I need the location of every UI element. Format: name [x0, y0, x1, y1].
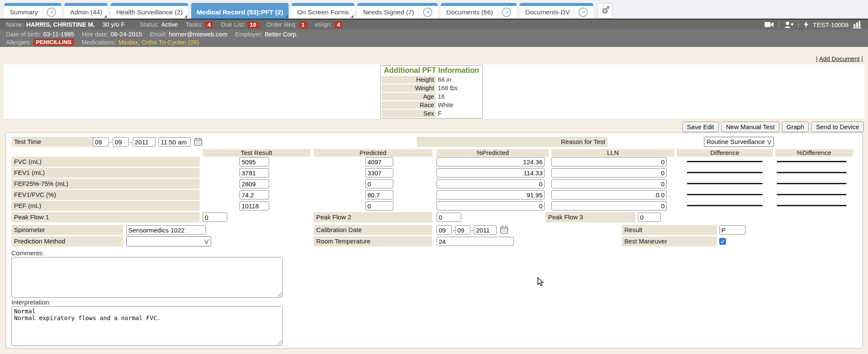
send-to-device-button[interactable]: Send to Device: [811, 122, 864, 132]
pct-predicted-input[interactable]: [437, 190, 545, 199]
esign-badge[interactable]: 4: [334, 21, 343, 28]
add-document-link[interactable]: Add Document: [819, 55, 860, 62]
tab-documents[interactable]: Documents (66) ↗: [441, 3, 517, 19]
pct-predicted-input[interactable]: [437, 168, 545, 177]
age-value: 16: [436, 93, 445, 100]
prediction-method-select[interactable]: ⋁: [126, 236, 211, 246]
add-person-icon[interactable]: [784, 21, 793, 28]
tab-medical-record[interactable]: Medical Record (53):PFT (2): [191, 3, 289, 19]
predicted-input[interactable]: [365, 157, 393, 166]
pft-test-form-panel: Test Time - - Reason for Test Routine Su…: [6, 133, 863, 348]
peak-flow-1-input[interactable]: [203, 213, 227, 222]
tab-settings-button[interactable]: ⚙ ⚙: [597, 3, 612, 19]
difference-placeholder-line: [687, 205, 762, 206]
lln-input[interactable]: [551, 190, 667, 199]
allergy-badge[interactable]: PENICILLINS: [33, 39, 74, 46]
popout-icon[interactable]: ↗: [502, 8, 511, 17]
result-input[interactable]: [719, 225, 746, 235]
flowsheet-chart-icon[interactable]: [853, 21, 862, 28]
test-time-month-input[interactable]: [93, 137, 109, 147]
race-value: White: [436, 101, 453, 109]
age-label: Age: [381, 93, 436, 100]
dob-label: Date of birth:: [6, 31, 41, 38]
row-label: FVC (mL): [11, 157, 200, 167]
test-time-year-input[interactable]: [133, 137, 156, 147]
interpretation-textarea[interactable]: Normal Normal expiratory flows and a nor…: [11, 306, 283, 346]
dob-value: 03-11-1995: [43, 31, 74, 38]
calibration-month-input[interactable]: [437, 225, 452, 235]
sex-value: F: [436, 110, 442, 117]
lln-input[interactable]: [551, 157, 667, 166]
separator: |: [816, 55, 818, 62]
comments-textarea[interactable]: [11, 257, 283, 298]
lln-input[interactable]: [551, 168, 667, 177]
race-label: Race: [381, 101, 436, 109]
tab-documents-dv-label: Documents-DV: [525, 8, 570, 16]
order-req-badge[interactable]: 1: [299, 21, 307, 28]
medications-list[interactable]: Miralax, Ortho Tri-Cyclen (28): [118, 39, 199, 46]
test-result-input[interactable]: [239, 179, 269, 188]
name-label: Name:: [6, 21, 24, 28]
new-manual-test-button[interactable]: New Manual Test: [721, 122, 779, 132]
test-time-label: Test Time: [11, 137, 95, 147]
lln-input[interactable]: [551, 201, 667, 210]
lln-input[interactable]: [551, 179, 667, 188]
best-maneuver-checkbox[interactable]: ✓: [719, 238, 726, 245]
chevron-down-icon: ⋁: [204, 237, 209, 246]
action-button-row: Save Edit New Manual Test Graph Send to …: [682, 122, 864, 132]
test-result-input[interactable]: [239, 201, 269, 210]
peak-flow-3-input[interactable]: [638, 213, 661, 222]
popout-icon[interactable]: ↗: [47, 8, 56, 17]
tab-summary-label: Summary: [10, 8, 38, 16]
graph-button[interactable]: Graph: [782, 122, 809, 132]
peak-flow-2-input[interactable]: [437, 213, 461, 222]
tab-admin[interactable]: Admin (44): [64, 3, 108, 19]
predicted-input[interactable]: [365, 179, 393, 188]
spirometer-input[interactable]: [126, 225, 206, 235]
tab-documents-dv[interactable]: Documents-DV ↗: [520, 3, 593, 19]
pct-predicted-input[interactable]: [437, 179, 545, 188]
predicted-input[interactable]: [365, 201, 393, 210]
test-result-input[interactable]: [239, 157, 269, 166]
tab-needs-signed[interactable]: Needs Signed (7) ↗: [357, 3, 438, 19]
patient-demographics-bar: Date of birth: 03-11-1995 Hire date: 08-…: [0, 30, 868, 47]
difference-placeholder-line: [687, 183, 762, 184]
pct-predicted-input[interactable]: [437, 201, 545, 210]
popout-icon[interactable]: ↗: [423, 8, 432, 17]
calibration-year-input[interactable]: [474, 225, 497, 235]
employer-label: Employer:: [235, 31, 263, 38]
video-camera-icon[interactable]: [765, 21, 774, 28]
difference-placeholder-line: [687, 172, 762, 173]
test-result-input[interactable]: [239, 168, 269, 177]
predicted-input[interactable]: [365, 190, 393, 199]
save-edit-button[interactable]: Save Edit: [682, 122, 719, 132]
patient-header-bar: Name: HARRIS, CHRISTINE M. 30 y/o F Stat…: [0, 19, 868, 30]
tab-dropdown-corner-icon: [184, 15, 187, 18]
tab-on-screen-forms[interactable]: On Screen Forms: [292, 3, 354, 19]
popout-icon[interactable]: ↗: [579, 8, 588, 17]
difference-placeholder-line: [687, 161, 762, 162]
calibration-day-input[interactable]: [455, 225, 470, 235]
lightning-icon[interactable]: [804, 21, 809, 28]
allergies-label: Allergies:: [6, 39, 31, 46]
calendar-icon[interactable]: [500, 226, 508, 235]
pct-predicted-input[interactable]: [437, 157, 545, 166]
due-list-badge[interactable]: 10: [248, 21, 259, 28]
separator: |: [778, 21, 780, 28]
test-time-day-input[interactable]: [113, 137, 129, 147]
patient-name: HARRIS, CHRISTINE M.: [26, 21, 95, 28]
pct-difference-placeholder-line: [777, 194, 846, 195]
tab-dropdown-corner-icon: [104, 15, 107, 18]
calendar-icon[interactable]: [194, 138, 202, 147]
tasks-badge[interactable]: 4: [205, 21, 214, 28]
room-temperature-input[interactable]: [437, 237, 514, 246]
tab-summary[interactable]: Summary ↗: [4, 3, 61, 19]
result-label: Result: [622, 225, 717, 235]
reason-for-test-select[interactable]: Routine Surveillance ⋁: [704, 137, 774, 147]
test-result-input[interactable]: [239, 190, 269, 199]
test-time-clock-input[interactable]: [159, 137, 191, 147]
tab-medical-record-label: Medical Record (53):PFT (2): [197, 8, 283, 16]
predicted-input[interactable]: [365, 168, 393, 177]
status-label: Status:: [140, 21, 159, 28]
tab-health-surveillance[interactable]: Health Surveillance (2): [111, 3, 188, 19]
